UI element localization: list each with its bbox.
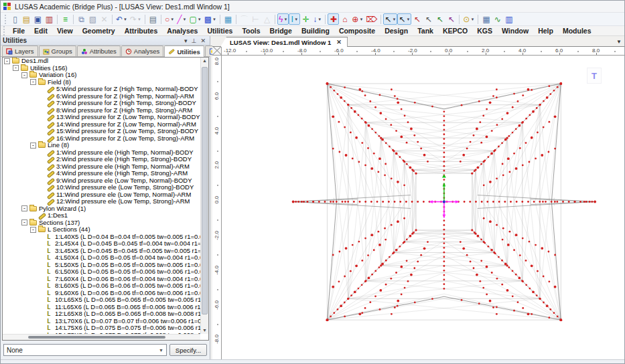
model-canvas[interactable]: T [222,56,624,359]
dropdown-icon[interactable]: ▼ [123,17,127,21]
dropdown-icon[interactable]: ▼ [137,17,141,21]
home-view-button[interactable]: ⌂ [339,13,350,25]
selection-lock-button[interactable]: ⊙▼ [462,13,476,25]
tree-item[interactable]: L14:L75X6 (L D=0.075 B=0.075 tf=0.006 tw… [3,325,200,332]
paste-button[interactable]: ▧ [87,13,98,25]
pin-icon[interactable]: ⊥ [190,37,199,44]
dynamic-pan-button[interactable]: ✚ [328,13,339,25]
menu-help[interactable]: Help [533,27,558,35]
view-menu-icon[interactable]: ▼ [616,39,622,45]
dropdown-icon[interactable]: ▼ [182,17,186,21]
dropdown-icon[interactable]: ▼ [392,17,396,21]
panel-menu-icon[interactable]: ▾ [182,37,190,44]
volume-tool-button[interactable]: ▩▼ [203,13,218,25]
tree-item[interactable]: L10:L65X5 (L D=0.065 B=0.065 tf=0.005 tw… [3,296,200,304]
copy-button[interactable]: ⧉ [76,13,87,25]
view-tab-close-icon[interactable]: ✕ [336,39,342,46]
menu-view[interactable]: View [52,27,78,35]
dropdown-icon[interactable]: ▼ [406,17,410,21]
tree-item[interactable]: L2:L45X4 (L D=0.045 B=0.045 tf=0.004 tw=… [3,240,200,248]
menu-kepco[interactable]: KEPCO [438,27,472,35]
scroll-down-icon[interactable]: ▼ [201,327,208,334]
tree-item[interactable]: 16:Wind pressure for Z (Low Temp, Strong… [3,135,200,143]
tab-utilities[interactable]: Utilities [164,46,204,57]
area-select-cursor-button[interactable]: ↖▼ [397,13,411,25]
tree-item[interactable]: L12:L65X8 (L D=0.065 B=0.065 tf=0.008 tw… [3,310,200,318]
tree-item[interactable]: -L Sections (44) [3,226,200,234]
specify-button[interactable]: Specify... [169,344,207,356]
selection-memory-combo[interactable]: None ▼ [3,344,167,356]
menu-bridge[interactable]: Bridge [265,27,297,35]
surface-tool-button[interactable]: ▢▼ [188,13,202,25]
tree-item[interactable]: 2:Wind pressure ele (High Temp, Strong)-… [3,156,200,163]
tab-attributes[interactable]: Attributes [77,46,121,56]
dropdown-icon[interactable]: ▼ [359,17,363,21]
mirror-tool-button[interactable]: ⌒ [238,13,250,25]
extend-tool-button[interactable]: ⊢ [250,13,261,25]
view-tab[interactable]: LUSAS View: Des1.mdl Window 1 ✕ [220,37,348,47]
tree-item[interactable]: 4:Wind pressure ele (High Temp, Strong)-… [3,170,200,177]
tab-analyses[interactable]: Analyses [121,46,164,56]
clear-annotation-button[interactable]: ⌦ [364,13,378,25]
dropdown-icon[interactable]: ▼ [470,17,474,21]
tree-item[interactable]: L8:L60X5 (L D=0.06 B=0.06 tf=0.005 tw=0.… [3,282,200,290]
line-tool-button[interactable]: ╱▼ [176,13,188,25]
menu-geometry[interactable]: Geometry [78,27,120,35]
tree-item[interactable]: -Line (8) [3,142,200,149]
open-model-button[interactable]: ▥ [44,13,55,25]
dropdown-icon[interactable]: ▼ [318,17,322,21]
menu-building[interactable]: Building [297,27,334,35]
tree-item[interactable]: 10:Wind pressure ele (Low Temp, Strong)-… [3,184,200,191]
deselect-cursor-button[interactable]: ↖ [411,13,423,25]
tree-item[interactable]: 5:Wind pressure for Z (High Temp, Normal… [3,86,200,93]
open-file-button[interactable]: ▤ [21,13,32,25]
tree-collapse-icon[interactable]: - [21,72,27,78]
zoom-target-button[interactable]: ⊕▼ [350,13,364,25]
tree-item[interactable]: -Sections (137) [3,219,200,227]
select-remove-cursor-button[interactable]: ↖ [445,13,457,25]
panel-close-icon[interactable]: ✕ [198,37,208,44]
save-button[interactable]: ▣ [32,13,44,25]
menu-window[interactable]: Window [497,27,533,35]
tab-groups[interactable]: Groups [39,46,76,56]
tab-layers[interactable]: Layers [2,46,38,56]
tree-item[interactable]: 13:Wind pressure for Z (Low Temp, Normal… [3,114,200,121]
print-button[interactable]: ▤ [147,13,159,25]
column-window-button[interactable]: ▥ [503,13,514,25]
tree-item[interactable]: 15:Wind pressure for Z (Low Temp, Strong… [3,128,200,135]
menu-design[interactable]: Design [380,27,413,35]
tree-collapse-icon[interactable]: - [30,79,36,85]
dropdown-icon[interactable]: ▼ [170,17,174,21]
tree-collapse-icon[interactable]: - [13,65,19,71]
mesh-equivalence-button[interactable]: ≡ [60,13,71,25]
menu-edit[interactable]: Edit [29,27,52,35]
dropdown-icon[interactable]: ▼ [198,17,202,21]
tree-collapse-icon[interactable]: - [21,205,27,211]
select-add-cursor-button[interactable]: ↖ [434,13,445,25]
menu-analyses[interactable]: Analyses [162,27,202,35]
menu-tools[interactable]: Tools [237,27,265,35]
tree-item[interactable]: -Pylon Wizard (1) [3,205,200,213]
new-file-button[interactable]: ▯ [9,13,21,25]
vertical-scroll-thumb[interactable] [202,67,208,314]
tree-vertical-scrollbar[interactable]: ▲ ▼ [200,58,208,334]
tree-item[interactable]: -Variation (16) [3,72,200,79]
scroll-up-icon[interactable]: ▲ [201,58,208,64]
loading-assign-button[interactable]: ϟ▼ [277,13,289,25]
menu-file[interactable]: File [8,27,29,35]
tree-item[interactable]: L4:L50X4 (L D=0.05 B=0.05 tf=0.004 tw=0.… [3,254,200,262]
menu-kgs[interactable]: KGS [472,27,497,35]
dropdown-icon[interactable]: ▼ [212,17,216,21]
dropdown-icon[interactable]: ▼ [283,17,287,21]
delete-button[interactable]: ✕ [98,13,110,25]
undo-button[interactable]: ↶▼ [115,13,129,25]
horizontal-scroll-thumb[interactable] [28,336,165,339]
mesh-assign-button[interactable]: ✛ [300,13,311,25]
menu-attributes[interactable]: Attributes [120,27,163,35]
graph-window-button[interactable]: ∿ [492,13,503,25]
menu-composite[interactable]: Composite [334,27,380,35]
tree-collapse-icon[interactable]: - [21,219,27,225]
menu-utilities[interactable]: Utilities [202,27,237,35]
text-annotation[interactable]: T [587,68,602,84]
menu-modules[interactable]: Modules [558,27,596,35]
